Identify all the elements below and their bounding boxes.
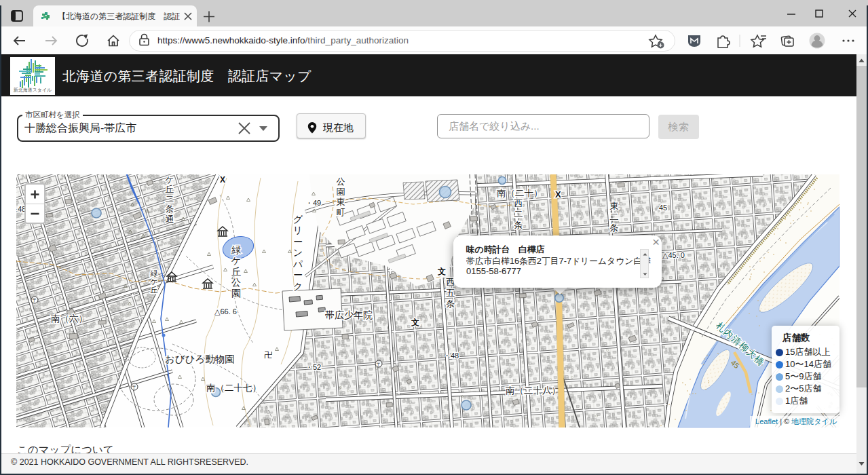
svg-text:丘: 丘 [166,185,174,194]
svg-text:町: 町 [337,207,345,217]
svg-text:二: 二 [166,195,174,204]
svg-text:園: 園 [337,187,345,197]
svg-text:卍: 卍 [264,350,272,360]
svg-text:文: 文 [411,318,419,327]
svg-text:ー: ー [293,269,303,280]
svg-text:ン: ン [293,247,303,258]
svg-text:〒: 〒 [376,361,381,367]
svg-text:東: 東 [337,197,345,207]
svg-text:丘: 丘 [231,266,241,277]
svg-text:条: 条 [447,299,455,309]
svg-text:45: 45 [659,204,667,212]
svg-text:二: 二 [610,212,619,222]
svg-text:条: 条 [610,223,619,233]
svg-text:・49: ・49 [305,199,321,207]
svg-text:園: 園 [231,288,241,299]
svg-text:南（六）: 南（六） [51,314,88,324]
svg-text:グ: グ [293,214,303,225]
svg-text:緑: 緑 [151,269,158,278]
svg-text:△66. 6: △66. 6 [214,307,237,316]
svg-text:文: 文 [437,267,446,276]
svg-text:パ: パ [293,259,303,269]
svg-text:通: 通 [166,214,174,224]
svg-text:南（二十）: 南（二十） [497,188,543,198]
svg-text:ケ: ケ [150,278,157,286]
svg-text:南（二十八）: 南（二十八） [506,385,561,396]
svg-text:西: 西 [514,198,523,208]
svg-text:帯広少年院: 帯広少年院 [325,309,373,320]
svg-text:五: 五 [447,288,455,298]
svg-text:おびひろ動物園: おびひろ動物園 [165,354,235,364]
svg-text:条: 条 [514,220,523,230]
svg-text:条: 条 [166,204,174,214]
svg-text:ー: ー [293,236,303,247]
svg-text:公: 公 [231,277,241,288]
svg-text:△45. 0: △45. 0 [662,251,685,259]
svg-text:緑: 緑 [231,244,241,255]
svg-text:新北海道スタイル: 新北海道スタイル [14,87,52,93]
svg-text:ケ: ケ [166,175,174,185]
svg-text:X: X [555,189,561,200]
svg-text:丘: 丘 [151,286,158,294]
svg-text:ク: ク [293,281,303,292]
svg-text:〒: 〒 [132,384,137,390]
svg-text:二: 二 [514,209,523,219]
svg-text:東: 東 [610,201,619,211]
svg-text:公: 公 [337,176,345,187]
svg-text:・52: ・52 [305,363,321,371]
svg-text:リ: リ [293,225,303,235]
svg-text:〒: 〒 [32,297,37,303]
svg-text:X: X [220,175,225,185]
svg-text:・48: ・48 [443,352,459,360]
svg-text:南（二十七）: 南（二十七） [206,383,261,393]
svg-text:ケ: ケ [231,255,241,266]
